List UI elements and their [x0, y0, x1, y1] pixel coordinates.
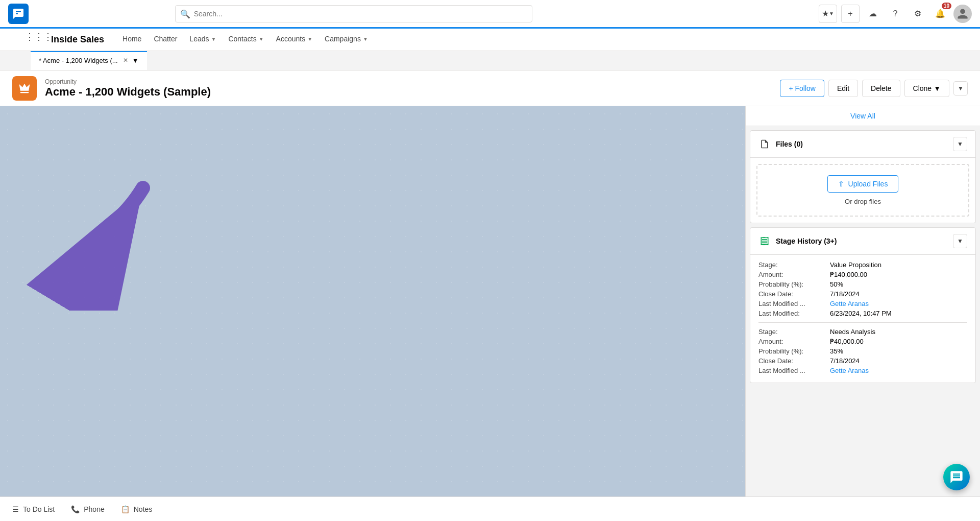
- record-type-label: Opportunity: [45, 78, 780, 85]
- search-bar: 🔍: [175, 5, 532, 22]
- setup-icon[interactable]: ☁: [864, 5, 882, 23]
- todo-label: To Do List: [23, 505, 55, 513]
- search-input[interactable]: [175, 5, 532, 22]
- view-all-bar: View All: [746, 106, 980, 126]
- probability-label-2: Probability (%):: [758, 347, 830, 355]
- notifications-button[interactable]: 🔔 10: [931, 5, 949, 23]
- stage-history-header: Stage History (3+) ▼: [750, 228, 975, 255]
- tab-acme[interactable]: * Acme - 1,200 Widgets (... ✕ ▼: [31, 51, 147, 70]
- page-header-info: Opportunity Acme - 1,200 Widgets (Sample…: [45, 78, 780, 99]
- record-title: Acme - 1,200 Widgets (Sample): [45, 85, 780, 99]
- modified-value-1: 6/23/2024, 10:47 PM: [830, 310, 892, 317]
- drop-text: Or drop files: [845, 198, 881, 205]
- follow-button[interactable]: + Follow: [780, 80, 824, 97]
- app-logo: [8, 4, 29, 24]
- nav-item-leads[interactable]: Leads ▼: [183, 29, 222, 51]
- grid-icon[interactable]: ⋮⋮⋮: [31, 29, 47, 45]
- stage-divider: [758, 322, 967, 323]
- nav-chatter-label: Chatter: [154, 35, 177, 43]
- bottom-bar: ☰ To Do List 📞 Phone 📋 Notes: [0, 496, 980, 521]
- stage-value-1: Value Proposition: [830, 261, 881, 269]
- notes-label: Notes: [134, 505, 153, 513]
- search-icon: 🔍: [180, 9, 190, 18]
- nav-bar: ⋮⋮⋮ Inside Sales Home Chatter Leads ▼ Co…: [0, 29, 980, 51]
- modified-by-field-2: Last Modified ... Gette Aranas: [758, 367, 967, 374]
- todo-list-button[interactable]: ☰ To Do List: [12, 505, 55, 513]
- upload-area: ⇧ Upload Files Or drop files: [756, 164, 969, 217]
- modified-by-label-1: Last Modified ...: [758, 300, 830, 307]
- notification-badge: 10: [942, 3, 951, 9]
- amount-label-2: Amount:: [758, 338, 830, 345]
- files-icon: [758, 138, 771, 150]
- probability-field-1: Probability (%): 50%: [758, 280, 967, 288]
- files-section: Files (0) ▼ ⇧ Upload Files Or drop files: [750, 130, 976, 223]
- probability-value-1: 50%: [830, 280, 843, 288]
- top-actions: ★▼ + ☁ ? ⚙ 🔔 10: [819, 5, 972, 23]
- add-button[interactable]: +: [841, 5, 860, 23]
- left-panel: [0, 106, 745, 496]
- stage-value-2: Needs Analysis: [830, 328, 875, 336]
- phone-label: Phone: [84, 505, 104, 513]
- stage-history-dropdown-button[interactable]: ▼: [953, 234, 967, 248]
- more-actions-button[interactable]: ▼: [953, 81, 968, 96]
- edit-button[interactable]: Edit: [828, 80, 858, 97]
- stage-history-section: Stage History (3+) ▼ Stage: Value Propos…: [750, 227, 976, 383]
- tab-chevron[interactable]: ▼: [132, 57, 139, 64]
- delete-button[interactable]: Delete: [862, 80, 900, 97]
- settings-button[interactable]: ⚙: [909, 5, 927, 23]
- stage-label-1: Stage:: [758, 261, 830, 269]
- opportunity-icon: [12, 76, 37, 101]
- view-all-link[interactable]: View All: [850, 112, 875, 120]
- nav-item-home[interactable]: Home: [116, 29, 148, 51]
- app-name: Inside Sales: [51, 29, 112, 51]
- phone-button[interactable]: 📞 Phone: [71, 505, 104, 513]
- contacts-chevron: ▼: [259, 36, 264, 42]
- amount-value-1: ₱140,000.00: [830, 271, 867, 278]
- amount-label-1: Amount:: [758, 271, 830, 278]
- stage-history-icon: [758, 235, 771, 247]
- modified-by-value-2[interactable]: Gette Aranas: [830, 367, 869, 374]
- favorites-button[interactable]: ★▼: [819, 5, 837, 23]
- stage-label-2: Stage:: [758, 328, 830, 336]
- avatar[interactable]: [953, 5, 972, 23]
- annotation-arrow: [20, 147, 174, 311]
- nav-item-campaigns[interactable]: Campaigns ▼: [318, 29, 374, 51]
- notes-button[interactable]: 📋 Notes: [121, 505, 153, 513]
- nav-item-chatter[interactable]: Chatter: [148, 29, 183, 51]
- page-header: Opportunity Acme - 1,200 Widgets (Sample…: [0, 70, 980, 106]
- amount-field-1: Amount: ₱140,000.00: [758, 271, 967, 278]
- nav-campaigns-label: Campaigns: [325, 35, 361, 43]
- files-dropdown-button[interactable]: ▼: [953, 137, 967, 151]
- upload-files-button[interactable]: ⇧ Upload Files: [827, 175, 899, 193]
- help-button[interactable]: ?: [886, 5, 904, 23]
- nav-accounts-label: Accounts: [276, 35, 306, 43]
- chatbot-button[interactable]: [943, 464, 970, 490]
- leads-chevron: ▼: [211, 36, 216, 42]
- nav-leads-label: Leads: [189, 35, 209, 43]
- page-header-actions: + Follow Edit Delete Clone ▼ ▼: [780, 80, 968, 97]
- stage-entry-2: Stage: Needs Analysis Amount: ₱40,000.00…: [758, 328, 967, 374]
- modified-by-label-2: Last Modified ...: [758, 367, 830, 374]
- clone-button[interactable]: Clone ▼: [904, 80, 949, 97]
- close-date-label-1: Close Date:: [758, 290, 830, 298]
- modified-field-1: Last Modified: 6/23/2024, 10:47 PM: [758, 310, 967, 317]
- amount-field-2: Amount: ₱40,000.00: [758, 338, 967, 345]
- tab-close-icon[interactable]: ✕: [123, 57, 128, 64]
- clone-label: Clone: [913, 84, 932, 92]
- close-date-field-1: Close Date: 7/18/2024: [758, 290, 967, 298]
- stage-entry-1: Stage: Value Proposition Amount: ₱140,00…: [758, 261, 967, 317]
- nav-item-contacts[interactable]: Contacts ▼: [222, 29, 270, 51]
- close-date-field-2: Close Date: 7/18/2024: [758, 357, 967, 365]
- right-panel: View All Files (0) ▼ ⇧ Upload Files Or d…: [745, 106, 980, 496]
- upload-icon: ⇧: [838, 180, 844, 188]
- main-content: View All Files (0) ▼ ⇧ Upload Files Or d…: [0, 106, 980, 496]
- nav-item-accounts[interactable]: Accounts ▼: [270, 29, 319, 51]
- campaigns-chevron: ▼: [363, 36, 368, 42]
- phone-icon: 📞: [71, 505, 80, 513]
- modified-by-value-1[interactable]: Gette Aranas: [830, 300, 869, 307]
- stage-history-title: Stage History (3+): [776, 237, 953, 245]
- stage-field-2: Stage: Needs Analysis: [758, 328, 967, 336]
- clone-chevron: ▼: [934, 84, 941, 92]
- list-icon: ☰: [12, 505, 19, 513]
- notes-icon: 📋: [121, 505, 130, 513]
